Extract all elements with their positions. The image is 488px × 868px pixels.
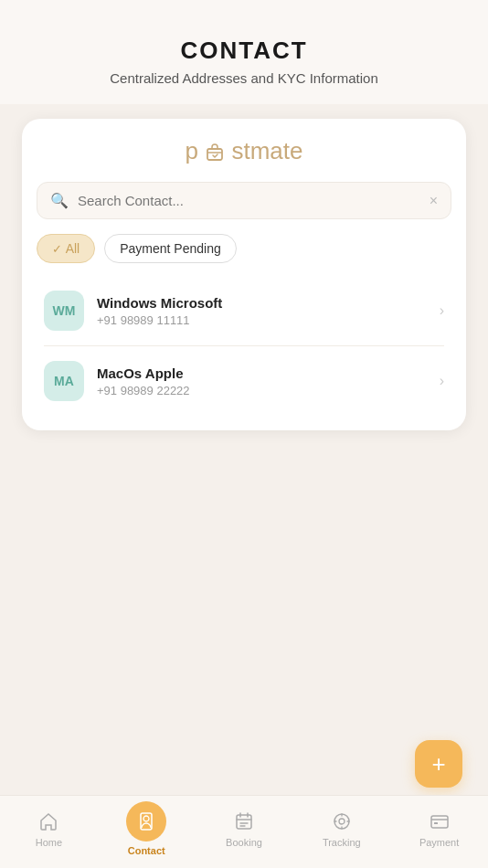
add-contact-fab[interactable]: +: [415, 740, 462, 788]
contact-name-wm: Windows Microsoft: [97, 295, 440, 311]
svg-rect-1: [237, 815, 251, 829]
avatar-wm: WM: [44, 291, 84, 331]
contact-name-ma: MacOs Apple: [97, 365, 440, 381]
home-icon: [37, 810, 60, 833]
page-title: CONTACT: [18, 37, 470, 65]
nav-item-tracking[interactable]: Tracking: [292, 810, 390, 848]
nav-item-booking[interactable]: Booking: [196, 810, 293, 848]
page-header: CONTACT Centralized Addresses and KYC In…: [0, 0, 488, 104]
payment-icon: [428, 810, 451, 833]
search-bar[interactable]: 🔍 ×: [37, 182, 451, 219]
chevron-icon-wm: ›: [440, 302, 444, 319]
svg-rect-4: [431, 816, 448, 828]
svg-rect-5: [434, 822, 438, 824]
filter-payment-pending-button[interactable]: Payment Pending: [104, 234, 237, 263]
contact-phone-wm: +91 98989 11111: [97, 313, 440, 327]
bottom-nav: Home Contact Booking Tracking Payment: [0, 795, 488, 868]
contact-item-ma[interactable]: MA MacOs Apple +91 98989 22222 ›: [37, 350, 451, 412]
contact-list: WM Windows Microsoft +91 98989 11111 › M…: [37, 280, 451, 412]
svg-point-3: [339, 819, 345, 824]
tracking-icon: [330, 810, 354, 833]
main-card: p stmate 🔍 × All Payment Pending WM Wind…: [22, 119, 466, 430]
nav-label-tracking: Tracking: [323, 837, 361, 848]
logo-area: p stmate: [37, 137, 451, 165]
contact-icon: [126, 801, 166, 842]
nav-item-contact[interactable]: Contact: [98, 801, 196, 856]
page-subtitle: Centralized Addresses and KYC Informatio…: [18, 70, 470, 86]
nav-label-payment: Payment: [419, 837, 459, 848]
nav-item-payment[interactable]: Payment: [390, 810, 488, 848]
search-icon: 🔍: [50, 192, 69, 209]
contact-info-wm: Windows Microsoft +91 98989 11111: [97, 295, 440, 327]
app-logo: p stmate: [186, 137, 303, 164]
contact-phone-ma: +91 98989 22222: [97, 384, 440, 397]
svg-rect-0: [207, 149, 222, 160]
logo-box-icon: [205, 143, 225, 163]
booking-icon: [232, 810, 256, 833]
search-input[interactable]: [78, 193, 430, 208]
clear-icon[interactable]: ×: [430, 193, 438, 209]
avatar-ma: MA: [44, 361, 84, 401]
filter-row: All Payment Pending: [37, 234, 451, 263]
contact-item-wm[interactable]: WM Windows Microsoft +91 98989 11111 ›: [37, 280, 451, 342]
nav-label-home: Home: [36, 837, 62, 848]
contact-info-ma: MacOs Apple +91 98989 22222: [97, 365, 440, 397]
filter-all-button[interactable]: All: [37, 234, 95, 263]
chevron-icon-ma: ›: [440, 373, 444, 389]
divider-1: [44, 345, 444, 346]
nav-label-booking: Booking: [226, 837, 262, 848]
nav-label-contact: Contact: [128, 845, 165, 856]
nav-item-home[interactable]: Home: [0, 810, 98, 848]
